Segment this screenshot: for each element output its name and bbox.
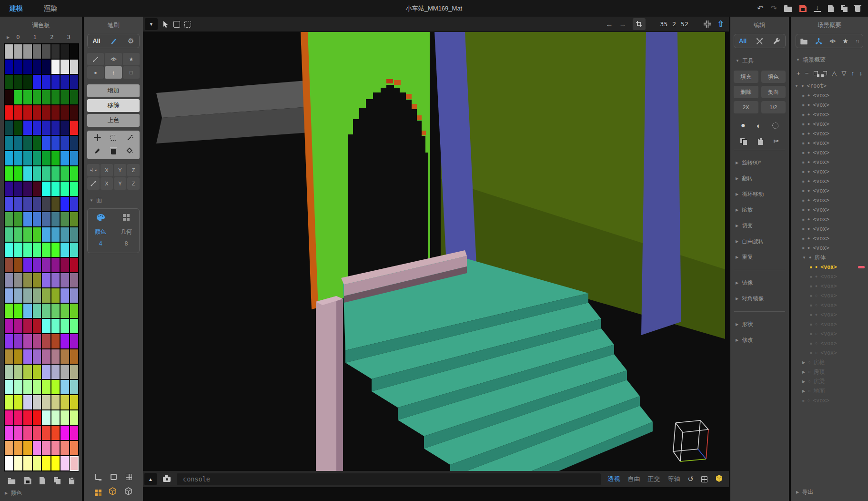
palette-swatch[interactable] bbox=[51, 456, 60, 470]
palette-swatch[interactable] bbox=[33, 410, 41, 425]
palette-swatch[interactable] bbox=[42, 243, 50, 257]
palette-swatch[interactable] bbox=[61, 258, 69, 272]
palette-swatch[interactable] bbox=[61, 212, 69, 226]
palette-swatch[interactable] bbox=[42, 75, 50, 89]
double-button[interactable]: 2X bbox=[734, 101, 758, 113]
visibility-toggle-icon[interactable]: ● bbox=[815, 284, 818, 288]
tree-item[interactable]: ■●<vox> bbox=[791, 234, 868, 243]
palette-swatch[interactable] bbox=[5, 365, 13, 379]
frame-toggle-icon[interactable]: ■ bbox=[802, 236, 805, 241]
import-icon[interactable]: ↓ bbox=[814, 5, 821, 12]
visibility-toggle-icon[interactable]: ○ bbox=[807, 398, 810, 403]
face-section-row[interactable]: ▼ 面 bbox=[84, 190, 143, 204]
palette-swatch[interactable] bbox=[51, 197, 60, 211]
palette-swatch[interactable] bbox=[42, 380, 50, 394]
palette-swatch[interactable] bbox=[5, 426, 13, 440]
palette-swatch[interactable] bbox=[5, 273, 13, 287]
palette-swatch[interactable] bbox=[42, 456, 50, 470]
palette-swatch[interactable] bbox=[61, 121, 69, 135]
palette-swatch[interactable] bbox=[61, 243, 69, 257]
palette-swatch[interactable] bbox=[33, 349, 41, 364]
frame-toggle-icon[interactable]: ■ bbox=[802, 189, 805, 193]
edit-section-缩放[interactable]: ▶缩放 bbox=[730, 202, 789, 218]
palette-swatch[interactable] bbox=[70, 182, 79, 196]
palette-swatch[interactable] bbox=[51, 319, 60, 333]
tree-item[interactable]: ■●<vox> bbox=[791, 195, 868, 205]
corner-mode-icon[interactable] bbox=[95, 474, 101, 480]
palette-swatch[interactable] bbox=[70, 410, 79, 425]
axis-lock-icon[interactable] bbox=[87, 177, 100, 190]
palette-swatch[interactable] bbox=[42, 319, 50, 333]
palette-swatch[interactable] bbox=[14, 75, 23, 89]
palette-swatch[interactable] bbox=[33, 243, 41, 257]
palette-swatch[interactable] bbox=[14, 380, 23, 394]
palette-swatch[interactable] bbox=[51, 380, 60, 394]
layout-grid-icon[interactable] bbox=[701, 476, 707, 482]
palette-swatch[interactable] bbox=[51, 105, 60, 120]
palette-swatch[interactable] bbox=[70, 426, 79, 440]
frame-toggle-icon[interactable]: ■ bbox=[810, 275, 812, 279]
view-mode-自由[interactable]: 自由 bbox=[627, 475, 640, 483]
circle-half-icon[interactable]: ◐ bbox=[757, 122, 761, 130]
frame-toggle-icon[interactable]: ■ bbox=[802, 141, 805, 145]
tree-item[interactable]: ■●<vox> bbox=[791, 310, 868, 319]
palette-swatch[interactable] bbox=[23, 227, 32, 242]
palette-swatch[interactable] bbox=[23, 166, 32, 181]
palette-swatch[interactable] bbox=[33, 212, 41, 226]
tree-item[interactable]: ■●<vox> bbox=[791, 167, 868, 176]
palette-swatch[interactable] bbox=[61, 182, 69, 196]
palette-swatch[interactable] bbox=[14, 105, 23, 120]
erase-button[interactable]: 移除 bbox=[87, 99, 140, 112]
palette-swatch[interactable] bbox=[61, 44, 69, 59]
visibility-toggle-icon[interactable]: ● bbox=[807, 131, 810, 136]
palette-swatch[interactable] bbox=[23, 197, 32, 211]
tree-item[interactable]: ■○<vox> bbox=[791, 396, 868, 405]
palette-swatch[interactable] bbox=[70, 44, 79, 59]
palette-swatch[interactable] bbox=[33, 182, 41, 196]
palette-swatch[interactable] bbox=[51, 227, 60, 242]
palette-swatch[interactable] bbox=[14, 90, 23, 104]
scene-project-icon[interactable] bbox=[800, 40, 807, 44]
palette-swatch[interactable] bbox=[42, 90, 50, 104]
palette-swatch[interactable] bbox=[61, 105, 69, 120]
edit-section-对角镜像[interactable]: ▶对角镜像 bbox=[730, 291, 789, 307]
palette-swatch[interactable] bbox=[61, 426, 69, 440]
palette-swatch[interactable] bbox=[23, 182, 32, 196]
palette-swatch[interactable] bbox=[42, 365, 50, 379]
palette-swatch[interactable] bbox=[42, 197, 50, 211]
visibility-toggle-icon[interactable]: ○ bbox=[808, 360, 810, 365]
visibility-toggle-icon[interactable]: ○ bbox=[815, 350, 818, 355]
palette-swatch[interactable] bbox=[5, 334, 13, 348]
frame-mode-icon[interactable] bbox=[111, 474, 117, 480]
palette-swatch[interactable] bbox=[5, 105, 13, 120]
brush-mode-all[interactable]: All bbox=[92, 38, 100, 44]
box-brush-cell[interactable]: □ bbox=[123, 66, 140, 79]
palette-swatch[interactable] bbox=[14, 395, 23, 409]
palette-swatch[interactable] bbox=[61, 380, 69, 394]
palette-swatch[interactable] bbox=[33, 44, 41, 59]
palette-swatch[interactable] bbox=[5, 258, 13, 272]
remove-node-icon[interactable]: − bbox=[805, 70, 809, 77]
palette-swatch[interactable] bbox=[14, 273, 23, 287]
palette-swatch[interactable] bbox=[51, 166, 60, 181]
attach-button[interactable]: 增加 bbox=[87, 84, 140, 97]
palette-swatch[interactable] bbox=[42, 288, 50, 303]
push-up-icon[interactable]: ⇧ bbox=[717, 19, 724, 29]
screenshot-button[interactable] bbox=[161, 473, 173, 485]
mirror-icon[interactable]: ▸▏◂ bbox=[87, 164, 100, 176]
palette-save-icon[interactable] bbox=[24, 477, 31, 484]
tree-item[interactable]: ▶○房顶 bbox=[791, 367, 868, 377]
palette-swatch[interactable] bbox=[5, 136, 13, 150]
palette-swatch[interactable] bbox=[5, 197, 13, 211]
tree-item[interactable]: ■○<vox> bbox=[791, 329, 868, 338]
move-up-icon[interactable]: ↑ bbox=[851, 70, 855, 77]
palette-swatch[interactable] bbox=[33, 365, 41, 379]
reset-rotation-icon[interactable]: ↺ bbox=[687, 475, 694, 483]
move-down-icon[interactable]: ↓ bbox=[859, 70, 862, 77]
tree-item[interactable]: ■●<vox> bbox=[791, 205, 868, 215]
frame-toggle-icon[interactable]: ■ bbox=[810, 351, 812, 355]
frame-toggle-icon[interactable]: ■ bbox=[810, 294, 812, 298]
cursor-icon[interactable] bbox=[162, 20, 169, 28]
palette-swatch[interactable] bbox=[51, 212, 60, 226]
palette-swatch[interactable] bbox=[14, 441, 23, 455]
